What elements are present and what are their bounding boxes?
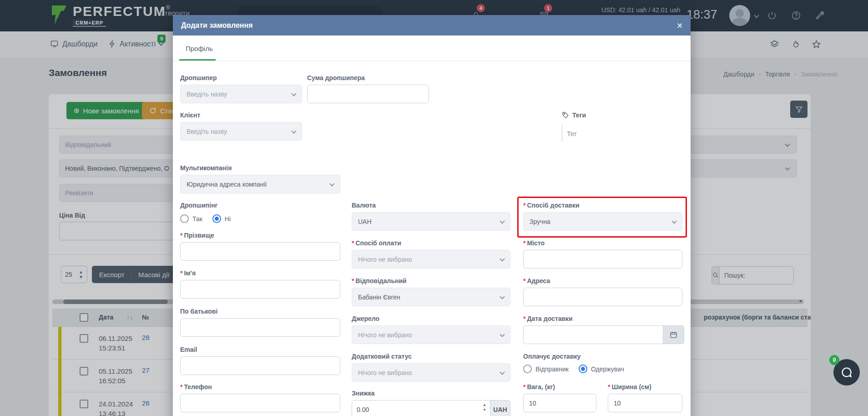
chevron-down-icon bbox=[500, 370, 505, 375]
field-multicompany: Мультикомпанія Юридична адреса компанії bbox=[180, 164, 340, 193]
close-icon[interactable]: × bbox=[677, 21, 682, 30]
field-responsible: *Відповідальний Бабанін Євген bbox=[352, 277, 510, 306]
radio-receiver[interactable] bbox=[579, 365, 587, 373]
chevron-down-icon bbox=[291, 91, 296, 96]
field-phone: *Телефон bbox=[180, 383, 340, 412]
field-width: *Ширина (см) bbox=[608, 383, 682, 412]
client-select[interactable]: Введіть назву bbox=[180, 122, 302, 141]
delivery-date-input[interactable] bbox=[523, 325, 663, 344]
middlename-input[interactable] bbox=[180, 318, 340, 337]
field-source: Джерело Нічого не вибрано bbox=[352, 315, 510, 344]
dropshipper-select[interactable]: Введіть назву bbox=[180, 85, 302, 103]
dropshipper-sum-input[interactable] bbox=[307, 85, 429, 103]
field-lastname: *Прізвище bbox=[180, 232, 340, 261]
currency-select[interactable]: UAH bbox=[352, 212, 510, 231]
field-currency: Валюта UAH bbox=[352, 202, 510, 231]
field-middlename: По батькові bbox=[180, 308, 340, 337]
discount-currency-addon: UAH bbox=[490, 400, 510, 416]
tab-profile[interactable]: Профіль bbox=[179, 36, 219, 61]
radio-no[interactable] bbox=[212, 214, 221, 223]
chevron-down-icon bbox=[500, 256, 505, 261]
field-dropshipper-sum: Сума дропшипера bbox=[307, 74, 429, 103]
radio-yes[interactable] bbox=[180, 214, 189, 223]
tag-icon bbox=[562, 112, 569, 119]
field-firstname: *Ім'я bbox=[180, 269, 340, 299]
discount-input[interactable]: 0.00 ▲▼ bbox=[352, 400, 490, 416]
field-extra-status: Додатковий статус Нічого не вибрано bbox=[352, 353, 510, 382]
field-email: Email bbox=[180, 346, 340, 375]
chevron-down-icon bbox=[671, 218, 676, 223]
modal-tabbar: Профіль bbox=[173, 36, 691, 61]
modal-title: Додати замовлення bbox=[181, 21, 253, 30]
field-address: *Адреса bbox=[523, 277, 682, 306]
field-dropshipping: Дропшипінг ТакНі bbox=[180, 202, 340, 223]
source-select[interactable]: Нічого не вибрано bbox=[352, 325, 510, 344]
screen: PERFECTUM® CRM+ERP Створити 4 1 USD: 42.… bbox=[0, 0, 868, 416]
stepper-icon[interactable]: ▲▼ bbox=[483, 402, 486, 412]
chevron-down-icon bbox=[500, 332, 505, 337]
chat-badge: 0 bbox=[829, 355, 839, 365]
field-dropshipper: Дропшипер Введіть назву bbox=[180, 74, 302, 103]
field-client: Клієнт Введіть назву bbox=[180, 112, 302, 141]
chevron-down-icon bbox=[291, 128, 296, 133]
modal-header: Додати замовлення × bbox=[173, 15, 691, 36]
extra-status-select[interactable]: Нічого не вибрано bbox=[352, 363, 510, 382]
active-tab-indicator bbox=[179, 59, 216, 61]
chevron-down-icon bbox=[500, 218, 505, 223]
add-order-modal: Додати замовлення × Профіль Дропшипер Вв… bbox=[173, 15, 691, 416]
field-delivery-date: *Дата доставки bbox=[523, 315, 684, 344]
email-input[interactable] bbox=[180, 356, 340, 375]
radio-sender[interactable] bbox=[523, 365, 532, 373]
field-weight: *Вага, (кг) bbox=[523, 383, 596, 412]
payment-method-select[interactable]: Нічого не вибрано bbox=[352, 250, 510, 269]
field-tags: Теги Тег bbox=[562, 112, 671, 142]
address-input[interactable] bbox=[523, 288, 682, 306]
field-delivery-payer: Оплачує доставку ВідправникОдержувач bbox=[523, 353, 682, 373]
chat-bubble-icon bbox=[840, 366, 853, 379]
field-discount: Знижка 0.00 ▲▼ UAH bbox=[352, 390, 510, 416]
chevron-down-icon bbox=[329, 181, 334, 186]
field-payment-method: *Спосіб оплати Нічого не вибрано bbox=[352, 239, 510, 269]
phone-input[interactable] bbox=[180, 394, 340, 412]
responsible-select[interactable]: Бабанін Євген bbox=[352, 288, 510, 306]
multicompany-select[interactable]: Юридична адреса компанії bbox=[180, 175, 340, 193]
delivery-method-select[interactable]: Зручна bbox=[523, 212, 682, 231]
chevron-down-icon bbox=[500, 294, 505, 299]
lastname-input[interactable] bbox=[180, 242, 340, 261]
tag-input[interactable]: Тег bbox=[562, 125, 671, 142]
city-input[interactable] bbox=[523, 250, 682, 269]
width-input[interactable] bbox=[608, 394, 682, 412]
calendar-icon[interactable] bbox=[663, 325, 684, 344]
field-delivery-method: *Спосіб доставки Зручна bbox=[523, 202, 682, 231]
field-city: *Місто bbox=[523, 239, 682, 269]
firstname-input[interactable] bbox=[180, 280, 340, 299]
weight-input[interactable] bbox=[523, 394, 596, 412]
